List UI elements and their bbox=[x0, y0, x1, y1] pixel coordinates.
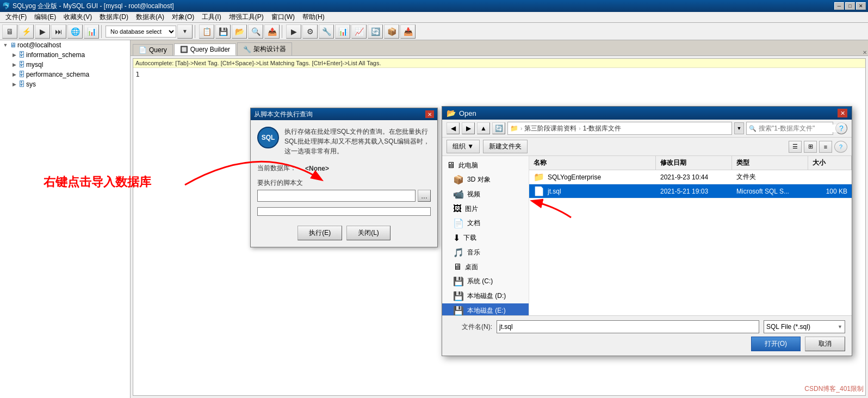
menu-object[interactable]: 对象(O) bbox=[169, 11, 197, 23]
sidebar-item-perf-schema[interactable]: ▶ 🗄 performance_schema bbox=[9, 70, 130, 79]
path-dropdown-btn[interactable]: ▼ bbox=[734, 122, 744, 134]
col-size[interactable]: 大小 bbox=[808, 156, 852, 170]
toolbar-btn-20[interactable]: 📥 bbox=[400, 24, 416, 39]
open-btn[interactable]: 打开(O) bbox=[751, 337, 801, 351]
toolbar-btn-2[interactable]: ⚡ bbox=[18, 24, 34, 39]
nav-e-drive[interactable]: 💾 本地磁盘 (E:) bbox=[442, 303, 529, 315]
toolbar-btn-11[interactable]: 🔍 bbox=[248, 24, 263, 39]
view-btn-grid[interactable]: ⊞ bbox=[804, 141, 817, 153]
nav-pictures[interactable]: 🖼 图片 bbox=[442, 202, 529, 216]
dialog-description: 执行存储在批处理SQL文件的查询。在您批量执行SQL批处理脚本,却又不想将其载入… bbox=[284, 127, 431, 156]
dialog-script-row: 要执行的脚本文 ... bbox=[257, 178, 431, 202]
file-sqlyog-name: 📁 SQLYogEnterprise bbox=[529, 172, 656, 182]
sidebar-item-root[interactable]: ▼ 🖥 root@localhost bbox=[0, 40, 130, 50]
minimize-btn[interactable]: ─ bbox=[834, 2, 844, 10]
sidebar-item-sys[interactable]: ▶ 🗄 sys bbox=[9, 79, 130, 89]
menu-enhanced[interactable]: 增强工具(P) bbox=[226, 11, 267, 23]
query-content: 1 bbox=[135, 70, 140, 78]
menu-favorites[interactable]: 收藏夹(V) bbox=[60, 11, 95, 23]
toolbar-btn-13[interactable]: ▶ bbox=[286, 24, 301, 39]
menu-edit[interactable]: 编辑(E) bbox=[31, 11, 59, 23]
footer-action-row: 打开(O) 取消 bbox=[449, 337, 845, 351]
nav-video[interactable]: 📹 视频 bbox=[442, 187, 529, 202]
col-name[interactable]: 名称 bbox=[529, 156, 656, 170]
menu-window[interactable]: 窗口(W) bbox=[268, 11, 298, 23]
file-row-sqlyog[interactable]: 📁 SQLYogEnterprise 2021-9-23 10:44 文件夹 bbox=[529, 170, 852, 184]
close-dialog-btn[interactable]: 关闭(L) bbox=[346, 226, 390, 240]
tab-query[interactable]: 📄 Query bbox=[133, 44, 173, 55]
toolbar-btn-12[interactable]: 📤 bbox=[264, 24, 280, 39]
new-folder-btn[interactable]: 新建文件夹 bbox=[483, 140, 528, 153]
col-type[interactable]: 类型 bbox=[732, 156, 808, 170]
toolbar-btn-14[interactable]: ⚙ bbox=[302, 24, 318, 39]
toolbar-btn-9[interactable]: 💾 bbox=[215, 24, 231, 39]
toolbar-btn-16[interactable]: 📊 bbox=[335, 24, 350, 39]
script-input[interactable] bbox=[257, 190, 416, 202]
help-btn-2[interactable]: ? bbox=[834, 141, 847, 153]
help-btn[interactable]: ? bbox=[835, 122, 847, 134]
nav-3d[interactable]: 📦 3D 对象 bbox=[442, 172, 529, 187]
refresh-btn[interactable]: 🔄 bbox=[492, 122, 505, 134]
toolbar-btn-4[interactable]: ⏭ bbox=[51, 24, 66, 39]
nav-desktop[interactable]: 🖥 桌面 bbox=[442, 260, 529, 274]
open-dialog-close-btn[interactable]: ✕ bbox=[838, 109, 847, 117]
up-btn[interactable]: ▲ bbox=[477, 122, 490, 134]
dialog-buttons: 执行(E) 关闭(L) bbox=[257, 226, 431, 240]
nav-music[interactable]: 🎵 音乐 bbox=[442, 245, 529, 260]
col-date[interactable]: 修改日期 bbox=[656, 156, 732, 170]
path-arrow-2: › bbox=[579, 126, 580, 132]
nav-downloads[interactable]: ⬇ 下载 bbox=[442, 231, 529, 245]
toolbar-btn-3[interactable]: ▶ bbox=[35, 24, 50, 39]
menu-table[interactable]: 数据表(A) bbox=[133, 11, 168, 23]
current-db-value: <None> bbox=[305, 165, 329, 172]
toolbar-btn-8[interactable]: 📋 bbox=[199, 24, 214, 39]
menu-file[interactable]: 文件(F) bbox=[2, 11, 30, 23]
toolbar-btn-5[interactable]: 🌐 bbox=[67, 24, 83, 39]
tab-query-builder[interactable]: 🔲 Query Builder bbox=[174, 43, 236, 55]
search-input[interactable] bbox=[759, 125, 840, 132]
menu-help[interactable]: 帮助(H) bbox=[299, 11, 328, 23]
toolbar-btn-17[interactable]: 📈 bbox=[351, 24, 367, 39]
close-btn[interactable]: ✕ bbox=[856, 2, 866, 10]
forward-btn[interactable]: ▶ bbox=[462, 122, 475, 134]
menu-tools[interactable]: 工具(I) bbox=[199, 11, 224, 23]
nav-music-label: 音乐 bbox=[467, 248, 480, 257]
tab-schema-designer[interactable]: 🔧 架构设计器 bbox=[237, 42, 292, 55]
db-select[interactable]: No database select bbox=[106, 26, 176, 38]
folder-icon-sqlyog: 📁 bbox=[534, 172, 544, 182]
toolbar-btn-7[interactable]: ▼ bbox=[177, 24, 193, 39]
toolbar-btn-6[interactable]: 📊 bbox=[84, 24, 99, 39]
browse-btn[interactable]: ... bbox=[418, 190, 431, 202]
file-row-jtsql[interactable]: 📄 jt.sql 2021-5-21 19:03 Microsoft SQL S… bbox=[529, 184, 852, 198]
sidebar-item-mysql[interactable]: ▶ 🗄 mysql bbox=[9, 60, 130, 70]
nav-d-drive[interactable]: 💾 本地磁盘 (D:) bbox=[442, 289, 529, 303]
toolbar-btn-10[interactable]: 📂 bbox=[232, 24, 247, 39]
sidebar-item-info-schema[interactable]: ▶ 🗄 information_schema bbox=[9, 50, 130, 60]
filetype-dropdown[interactable]: SQL File (*.sql) ▼ bbox=[764, 320, 845, 333]
cancel-btn[interactable]: 取消 bbox=[805, 337, 845, 351]
execute-btn[interactable]: 执行(E) bbox=[297, 226, 342, 240]
organize-btn[interactable]: 组织 ▼ bbox=[447, 140, 480, 153]
nav-computer[interactable]: 🖥 此电脑 bbox=[442, 158, 529, 172]
tab-sd-icon: 🔧 bbox=[243, 46, 251, 53]
toolbar-btn-15[interactable]: 🔧 bbox=[319, 24, 334, 39]
back-btn[interactable]: ◀ bbox=[447, 122, 460, 134]
current-db-label: 当前数据库： bbox=[257, 164, 301, 173]
nav-c-drive[interactable]: 💾 系统 (C:) bbox=[442, 274, 529, 289]
path-segment-1: 第三阶段课前资料 bbox=[524, 124, 576, 133]
expand-icon-1: ▶ bbox=[11, 62, 17, 67]
toolbar-btn-18[interactable]: 🔄 bbox=[368, 24, 383, 39]
menu-database[interactable]: 数据库(D) bbox=[96, 11, 132, 23]
nav-documents[interactable]: 📄 文档 bbox=[442, 216, 529, 231]
path-home-icon: 📁 bbox=[510, 125, 518, 132]
window-controls[interactable]: ─ □ ✕ bbox=[834, 2, 866, 10]
maximize-btn[interactable]: □ bbox=[845, 2, 855, 10]
toolbar-btn-1[interactable]: 🖥 bbox=[2, 24, 17, 39]
filename-input[interactable] bbox=[497, 320, 759, 333]
toolbar-btn-19[interactable]: 📦 bbox=[384, 24, 399, 39]
panel-close-btn[interactable]: ✕ bbox=[861, 49, 868, 55]
view-btn-details[interactable]: ≡ bbox=[819, 141, 832, 153]
toolbar2-left: 组织 ▼ 新建文件夹 bbox=[447, 140, 528, 153]
view-btn-list[interactable]: ☰ bbox=[789, 141, 802, 153]
execute-script-close-btn[interactable]: ✕ bbox=[425, 110, 434, 118]
